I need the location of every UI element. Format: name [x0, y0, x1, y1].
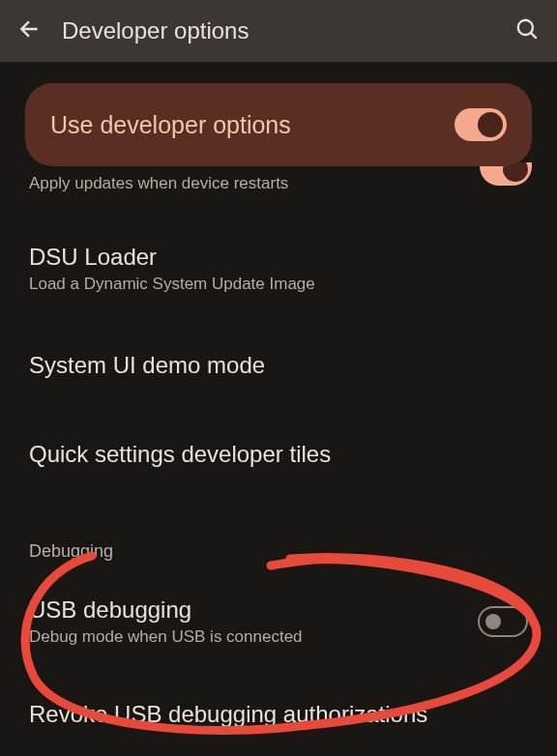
system-ui-demo-item[interactable]: System UI demo mode	[0, 336, 557, 398]
use-developer-options-label: Use developer options	[50, 111, 291, 139]
search-icon[interactable]	[514, 16, 540, 45]
quick-settings-tiles-item[interactable]: Quick settings developer tiles	[0, 425, 557, 487]
page-title: Developer options	[62, 17, 249, 44]
usb-debugging-sub: Debug mode when USB is connected	[29, 627, 303, 647]
dsu-loader-sub: Load a Dynamic System Update Image	[29, 275, 528, 294]
system-ui-demo-title: System UI demo mode	[29, 352, 528, 379]
use-developer-options-toggle[interactable]	[454, 108, 507, 141]
usb-debugging-title: USB debugging	[29, 596, 303, 624]
dsu-loader-item[interactable]: DSU Loader Load a Dynamic System Update …	[0, 228, 557, 309]
usb-debugging-text: USB debugging Debug mode when USB is con…	[29, 596, 303, 647]
revoke-usb-title: Revoke USB debugging authorizations	[29, 701, 528, 728]
svg-point-0	[518, 20, 533, 35]
back-arrow-icon[interactable]	[17, 16, 43, 45]
usb-debugging-item[interactable]: USB debugging Debug mode when USB is con…	[0, 587, 557, 658]
debugging-section-header: Debugging	[0, 534, 557, 567]
quick-settings-tiles-title: Quick settings developer tiles	[29, 441, 528, 468]
settings-content: Use developer options Apply updates when…	[0, 83, 557, 747]
usb-debugging-toggle[interactable]	[478, 606, 528, 637]
use-developer-options-card[interactable]: Use developer options	[25, 83, 532, 166]
app-header: Developer options	[0, 0, 557, 62]
revoke-usb-item[interactable]: Revoke USB debugging authorizations	[0, 685, 557, 747]
apply-updates-item[interactable]: Apply updates when device restarts	[0, 170, 557, 209]
apply-updates-sub: Apply updates when device restarts	[29, 174, 528, 193]
dsu-loader-title: DSU Loader	[29, 244, 528, 271]
